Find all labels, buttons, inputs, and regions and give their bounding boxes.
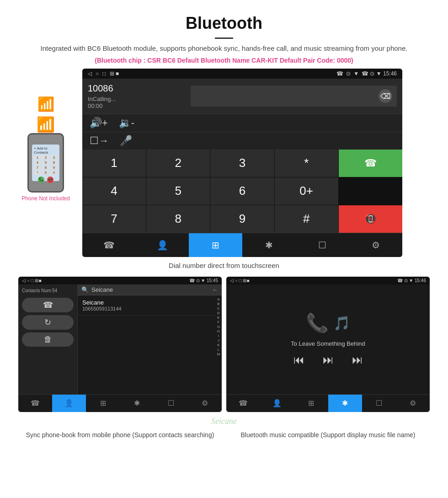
- dial-bottom-nav: ☎ 👤 ⊞ ✱ ☐ ⚙: [82, 233, 402, 257]
- delete-action-btn[interactable]: 🗑: [22, 332, 74, 347]
- contact-list-area: Seicane 10655059113144 ABC DEF GHI JKL M: [78, 295, 222, 394]
- phone-image: + Add to Contacts 123 456 789 *0# 📞 📵: [27, 133, 64, 193]
- backspace-button[interactable]: ⌫: [379, 89, 392, 103]
- nav-contacts[interactable]: 👤: [136, 233, 189, 257]
- call-button[interactable]: ☎: [339, 150, 402, 177]
- contacts-nav-contacts[interactable]: 👤: [52, 395, 86, 412]
- recents-icon: □: [102, 70, 106, 77]
- key-5[interactable]: 5: [146, 177, 210, 205]
- dial-screen: ◁ ○ □ ⊞ ■ ☎ ⊙ ▼ ☎ ⊙ ▼ 15:46 10086 InCall…: [82, 69, 402, 257]
- next-track-button[interactable]: ⏭: [352, 353, 363, 366]
- time-display: ☎ ⊙ ▼ 15:46: [362, 70, 397, 77]
- controls-row: 🔊+ 🔉-: [82, 114, 402, 132]
- left-caption: Sync phone-book from mobile phone (Suppo…: [18, 431, 222, 440]
- key-2[interactable]: 2: [146, 150, 210, 177]
- contacts-right-panel: 🔍 Seicane ← Seicane 10655059113144 ABC D…: [78, 284, 222, 394]
- phone-screen-label: + Add to Contacts: [34, 146, 58, 155]
- transfer-row: ☐→ 🎤: [82, 132, 402, 150]
- end-call-button[interactable]: 📵: [339, 205, 402, 233]
- bottom-screens: ◁ ○ □ ⊞■ ☎ ⊙ ▼ 15:45 Contacts Num:54 ☎ ↻…: [0, 277, 448, 412]
- key-4[interactable]: 4: [82, 177, 146, 205]
- search-value: Seicane: [91, 286, 113, 293]
- keypad-grid: 1 2 3 * ☎ 4 5 6 0+ 7 8 9 # 📵: [82, 150, 402, 233]
- music-status-bar: ◁ ○ □ ⊞■ ☎ ⊙ ▼ 15:46: [226, 277, 430, 284]
- sync-action-btn[interactable]: ↻: [22, 315, 74, 330]
- music-note-icon: 🎵: [333, 315, 350, 331]
- right-caption: Bluetooth music compatible (Support disp…: [226, 431, 430, 440]
- key-9[interactable]: 9: [210, 205, 274, 233]
- bluetooth-waves-icon: 📶: [37, 96, 54, 112]
- phone-screen: + Add to Contacts 123 456 789 *0# 📞 📵: [32, 145, 59, 181]
- contacts-screen: ◁ ○ □ ⊞■ ☎ ⊙ ▼ 15:45 Contacts Num:54 ☎ ↻…: [18, 277, 222, 412]
- music-nav-dialpad[interactable]: ⊞: [294, 395, 328, 412]
- next-start-button[interactable]: ⏭: [323, 353, 334, 366]
- contacts-bottom-nav: ☎ 👤 ⊞ ✱ ☐ ⚙: [18, 394, 222, 412]
- back-icon: ◁: [88, 70, 92, 77]
- music-screen: ◁ ○ □ ⊞■ ☎ ⊙ ▼ 15:46 📞 🎵 To Leave Someth…: [226, 277, 430, 412]
- contact-item[interactable]: Seicane 10655059113144: [78, 295, 215, 316]
- status-bar: ◁ ○ □ ⊞ ■ ☎ ⊙ ▼ ☎ ⊙ ▼ 15:46: [82, 69, 402, 79]
- contacts-nav-dialpad[interactable]: ⊞: [86, 395, 120, 412]
- dial-input-area[interactable]: ⌫: [191, 86, 397, 107]
- contacts-status-left: ◁ ○ □ ⊞■: [22, 278, 41, 283]
- music-nav-transfer[interactable]: ☐: [362, 395, 396, 412]
- main-section: 📶 📶 + Add to Contacts 123 456 789 *0# 📞 …: [0, 69, 448, 257]
- key-7[interactable]: 7: [82, 205, 146, 233]
- phone-action-row: 📞 📵: [38, 177, 53, 183]
- phone-aside: 📶 📶 + Add to Contacts 123 456 789 *0# 📞 …: [14, 69, 78, 202]
- nav-settings[interactable]: ⚙: [349, 233, 402, 257]
- prev-track-button[interactable]: ⏮: [293, 353, 304, 366]
- music-nav-settings[interactable]: ⚙: [396, 395, 430, 412]
- phone-not-included-label: Phone Not Included: [21, 195, 69, 202]
- music-bottom-nav: ☎ 👤 ⊞ ✱ ☐ ⚙: [226, 394, 430, 412]
- search-icon: 🔍: [81, 286, 89, 293]
- vol-up-icon[interactable]: 🔊+: [90, 117, 108, 129]
- music-icon-area: 📞 🎵: [306, 312, 350, 334]
- key-1[interactable]: 1: [82, 150, 146, 177]
- mic-icon[interactable]: 🎤: [120, 135, 132, 147]
- title-divider: [215, 37, 233, 39]
- contacts-nav-settings[interactable]: ⚙: [188, 395, 222, 412]
- key-3[interactable]: 3: [210, 150, 274, 177]
- nav-bluetooth[interactable]: ✱: [242, 233, 296, 257]
- nav-transfer[interactable]: ☐: [296, 233, 349, 257]
- contact-search-bar: 🔍 Seicane ←: [78, 284, 222, 295]
- dial-number: 10086: [88, 83, 186, 94]
- home-icon: ○: [96, 70, 99, 77]
- contacts-body: Contacts Num:54 ☎ ↻ 🗑 🔍 Seicane ← Seican…: [18, 284, 222, 394]
- key-6[interactable]: 6: [210, 177, 274, 205]
- key-0plus[interactable]: 0+: [275, 177, 338, 205]
- music-nav-calls[interactable]: ☎: [226, 395, 260, 412]
- dial-top-area: 10086 InCalling... 00:00 ⌫: [82, 79, 402, 114]
- key-hash[interactable]: #: [275, 205, 338, 233]
- contacts-status-right: ☎ ⊙ ▼ 15:45: [189, 278, 218, 283]
- contacts-nav-calls[interactable]: ☎: [18, 395, 52, 412]
- music-status-left: ◁ ○ □ ⊞■: [230, 278, 249, 283]
- status-bar-left: ◁ ○ □ ⊞ ■: [88, 70, 119, 77]
- phone-music-icon: 📞: [306, 312, 329, 334]
- contacts-nav-transfer[interactable]: ☐: [154, 395, 188, 412]
- nav-dialpad[interactable]: ⊞: [189, 233, 242, 257]
- contacts-left-panel: Contacts Num:54 ☎ ↻ 🗑: [18, 284, 78, 394]
- contact-name: Seicane: [82, 299, 211, 306]
- vol-down-icon[interactable]: 🔉-: [119, 117, 134, 129]
- contacts-nav-bt[interactable]: ✱: [120, 395, 154, 412]
- bluetooth-icon: 📶: [37, 116, 55, 133]
- contacts-status-bar: ◁ ○ □ ⊞■ ☎ ⊙ ▼ 15:45: [18, 277, 222, 284]
- page-header: Bluetooth Integrated with BC6 Bluetooth …: [0, 0, 448, 69]
- transfer-icon[interactable]: ☐→: [90, 135, 109, 147]
- call-action-btn[interactable]: ☎: [22, 298, 74, 312]
- music-nav-contacts[interactable]: 👤: [260, 395, 294, 412]
- key-8[interactable]: 8: [146, 205, 210, 233]
- status-bar-right: ☎ ⊙ ▼ ☎ ⊙ ▼ 15:46: [336, 70, 397, 77]
- dial-calling-label: InCalling...: [88, 96, 186, 102]
- page-title: Bluetooth: [9, 14, 439, 33]
- phone-keypad: 123 456 789 *0#: [34, 155, 58, 175]
- music-nav-bt[interactable]: ✱: [328, 395, 362, 412]
- wifi-icon: ▼: [353, 70, 359, 77]
- status-icons: ⊞ ■: [110, 70, 119, 77]
- contact-number: 10655059113144: [82, 306, 211, 311]
- nav-calls[interactable]: ☎: [82, 233, 136, 257]
- alpha-index: ABC DEF GHI JKL M: [215, 295, 222, 394]
- key-star[interactable]: *: [275, 150, 338, 177]
